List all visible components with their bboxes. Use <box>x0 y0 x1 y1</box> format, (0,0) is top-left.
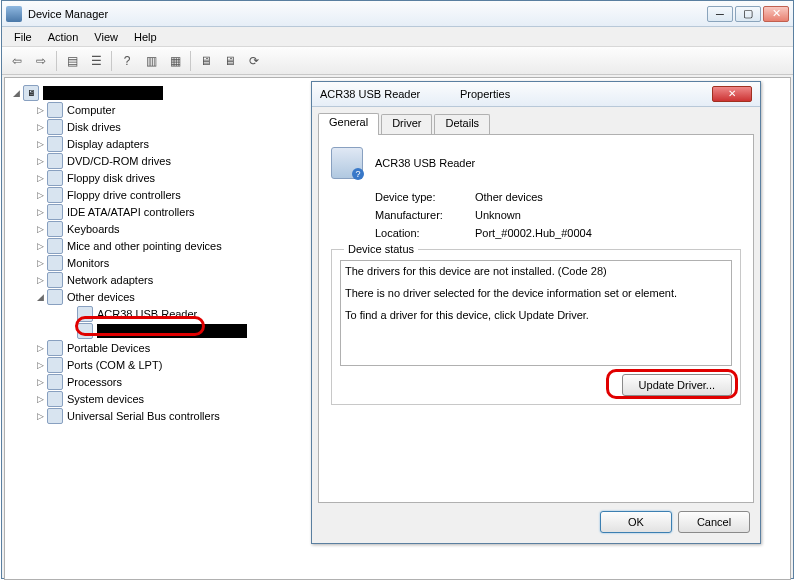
tab-general[interactable]: General <box>318 113 379 135</box>
tree-item-label: Other devices <box>67 291 135 303</box>
device-category-icon <box>47 340 63 356</box>
toolbar-icon[interactable]: ▥ <box>140 50 162 72</box>
value-manufacturer: Unknown <box>475 209 521 221</box>
value-device-type: Other devices <box>475 191 543 203</box>
uninstall-icon[interactable]: 🖥 <box>219 50 241 72</box>
update-driver-button[interactable]: Update Driver... <box>622 374 732 396</box>
device-category-icon <box>77 323 93 339</box>
device-category-icon <box>47 391 63 407</box>
redacted-root <box>43 86 163 100</box>
scan-hardware-icon[interactable]: 🖥 <box>195 50 217 72</box>
tree-item-label: ACR38 USB Reader <box>97 308 197 320</box>
dialog-buttons: OK Cancel <box>600 511 750 533</box>
device-category-icon <box>47 289 63 305</box>
redacted-label <box>97 324 247 338</box>
tab-panel-general: ACR38 USB Reader Device type:Other devic… <box>318 135 754 503</box>
properties-icon[interactable]: ☰ <box>85 50 107 72</box>
menu-action[interactable]: Action <box>40 29 87 45</box>
device-name: ACR38 USB Reader <box>375 157 475 169</box>
label-manufacturer: Manufacturer: <box>375 209 475 221</box>
device-category-icon <box>47 374 63 390</box>
tree-item-label: DVD/CD-ROM drives <box>67 155 171 167</box>
maximize-button[interactable]: ▢ <box>735 6 761 22</box>
tree-item-label: Network adapters <box>67 274 153 286</box>
tree-item-label: Floppy drive controllers <box>67 189 181 201</box>
tab-details[interactable]: Details <box>434 114 490 134</box>
menu-view[interactable]: View <box>86 29 126 45</box>
tree-item-label: Processors <box>67 376 122 388</box>
tree-item-label: Ports (COM & LPT) <box>67 359 162 371</box>
expand-icon[interactable]: ▷ <box>33 122 47 132</box>
device-category-icon <box>77 306 93 322</box>
label-location: Location: <box>375 227 475 239</box>
expand-icon[interactable]: ▷ <box>33 139 47 149</box>
device-category-icon <box>47 102 63 118</box>
tree-item-label: Computer <box>67 104 115 116</box>
expand-icon[interactable]: ▷ <box>33 173 47 183</box>
expand-icon[interactable]: ▷ <box>33 190 47 200</box>
value-location: Port_#0002.Hub_#0004 <box>475 227 592 239</box>
device-category-icon <box>47 187 63 203</box>
expand-icon[interactable]: ▷ <box>33 207 47 217</box>
minimize-button[interactable]: ─ <box>707 6 733 22</box>
cancel-button[interactable]: Cancel <box>678 511 750 533</box>
device-category-icon <box>47 255 63 271</box>
tree-item-label: Universal Serial Bus controllers <box>67 410 220 422</box>
expand-icon[interactable]: ▷ <box>33 156 47 166</box>
device-category-icon <box>47 204 63 220</box>
tree-item-label: Disk drives <box>67 121 121 133</box>
computer-icon: 🖥 <box>23 85 39 101</box>
menu-help[interactable]: Help <box>126 29 165 45</box>
dialog-titlebar[interactable]: ACR38 USB Reader Properties ✕ <box>312 81 760 107</box>
tab-driver[interactable]: Driver <box>381 114 432 134</box>
separator <box>111 51 112 71</box>
device-manager-window: Device Manager ─ ▢ ✕ File Action View He… <box>1 0 794 579</box>
device-icon <box>331 147 363 179</box>
expand-icon[interactable]: ▷ <box>33 377 47 387</box>
device-category-icon <box>47 357 63 373</box>
expand-icon[interactable]: ▷ <box>33 258 47 268</box>
dialog-title-label: Properties <box>460 88 712 100</box>
toolbar-icon[interactable]: ▦ <box>164 50 186 72</box>
menu-file[interactable]: File <box>6 29 40 45</box>
window-title: Device Manager <box>28 8 707 20</box>
close-button[interactable]: ✕ <box>763 6 789 22</box>
device-status-legend: Device status <box>344 243 418 255</box>
device-status-group: Device status The drivers for this devic… <box>331 249 741 405</box>
device-category-icon <box>47 408 63 424</box>
toolbar: ⇦ ⇨ ▤ ☰ ? ▥ ▦ 🖥 🖥 ⟳ <box>2 47 793 75</box>
expand-icon[interactable]: ▷ <box>33 275 47 285</box>
device-category-icon <box>47 170 63 186</box>
dialog-title-device: ACR38 USB Reader <box>320 88 460 100</box>
expand-icon[interactable]: ▷ <box>33 343 47 353</box>
expand-icon[interactable]: ▷ <box>33 411 47 421</box>
menubar: File Action View Help <box>2 27 793 47</box>
forward-icon[interactable]: ⇨ <box>30 50 52 72</box>
titlebar[interactable]: Device Manager ─ ▢ ✕ <box>2 1 793 27</box>
tabstrip: General Driver Details <box>318 113 754 135</box>
app-icon <box>6 6 22 22</box>
tree-item-label: Display adapters <box>67 138 149 150</box>
device-category-icon <box>47 136 63 152</box>
show-hide-tree-icon[interactable]: ▤ <box>61 50 83 72</box>
update-driver-icon[interactable]: ⟳ <box>243 50 265 72</box>
separator <box>190 51 191 71</box>
expand-icon[interactable]: ▷ <box>33 394 47 404</box>
dialog-close-button[interactable]: ✕ <box>712 86 752 102</box>
expand-icon[interactable]: ◢ <box>33 292 47 302</box>
device-category-icon <box>47 119 63 135</box>
device-status-text[interactable]: The drivers for this device are not inst… <box>340 260 732 366</box>
device-category-icon <box>47 238 63 254</box>
device-category-icon <box>47 153 63 169</box>
expand-icon[interactable]: ▷ <box>33 360 47 370</box>
help-icon[interactable]: ? <box>116 50 138 72</box>
device-info: Device type:Other devices Manufacturer:U… <box>375 191 741 239</box>
expand-icon[interactable]: ▷ <box>33 241 47 251</box>
separator <box>56 51 57 71</box>
expand-icon[interactable]: ▷ <box>33 105 47 115</box>
tree-item-label: Keyboards <box>67 223 120 235</box>
back-icon[interactable]: ⇦ <box>6 50 28 72</box>
expand-icon[interactable]: ▷ <box>33 224 47 234</box>
ok-button[interactable]: OK <box>600 511 672 533</box>
label-device-type: Device type: <box>375 191 475 203</box>
